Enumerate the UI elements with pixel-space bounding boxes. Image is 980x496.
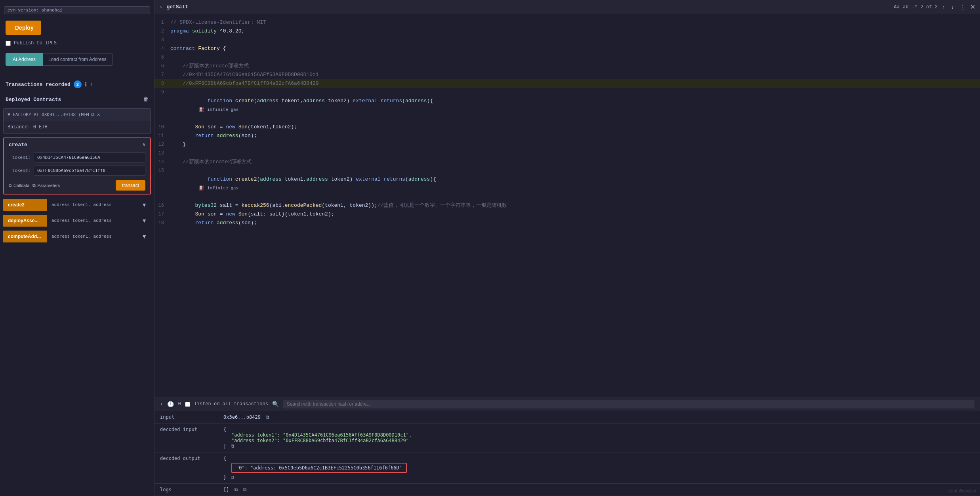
line-num-3: 3 xyxy=(154,36,170,44)
trash-icon[interactable]: 🗑 xyxy=(143,96,149,103)
split-view-button[interactable]: ⋮ xyxy=(959,3,967,11)
parameters-button[interactable]: ⧉ Parameters xyxy=(32,183,60,188)
calldata-button[interactable]: ⧉ Calldata xyxy=(9,183,29,188)
logs-copy-icon1[interactable]: ⧉ xyxy=(235,487,238,492)
line-code-8: //0xFF8C88bA69cbfba47BfC1ff84aB2cfA6a64B… xyxy=(170,79,318,88)
computeadd-button[interactable]: computeAdd... xyxy=(3,231,47,242)
prev-match-button[interactable]: ↑ xyxy=(941,3,947,11)
close-search-button[interactable]: ✕ xyxy=(970,3,975,11)
code-line-17: 17 Son son = new Son{salt: salt}(token1,… xyxy=(154,210,980,219)
input-row: input 0x3e6...b8429 ⧉ xyxy=(154,411,980,424)
decoded-output-key: decoded output xyxy=(160,456,215,480)
deployasse-chevron[interactable]: ▼ xyxy=(137,214,151,227)
deployed-contracts-header: Deployed Contracts 🗑 xyxy=(0,92,154,107)
search-input-bottom[interactable] xyxy=(283,400,974,408)
transact-button[interactable]: transact xyxy=(116,180,145,191)
token2-label: token2: xyxy=(9,168,31,173)
token1-label: token1: xyxy=(9,155,31,160)
decoded-input-block: "address token1": "0x4D1435CA4761C96ea61… xyxy=(231,432,974,443)
decoded-input-copy-icon[interactable]: ⧉ xyxy=(231,443,235,449)
line-num-16: 16 xyxy=(154,201,170,210)
left-panel: evm version: shanghai Deploy Publish to … xyxy=(0,0,154,496)
deployasse-button[interactable]: deployAsse... xyxy=(3,215,47,227)
deployasse-row: deployAsse... address token1, address ▼ xyxy=(3,214,151,227)
line-code-7: //0x4D1435CA4761C96ea6156AFf63A9F0D8D00D… xyxy=(170,71,318,79)
contract-copy-icon[interactable]: ⧉ xyxy=(91,112,95,118)
token1-input[interactable] xyxy=(34,153,145,162)
line-num-6: 6 xyxy=(154,62,170,71)
line-num-2: 2 xyxy=(154,27,170,36)
create2-desc: address token1, address xyxy=(47,199,137,210)
line-num-11: 11 xyxy=(154,132,170,140)
load-contract-button[interactable]: Load contract from Address xyxy=(43,53,112,66)
code-line-15: 15 function create2(address token1,addre… xyxy=(154,166,980,201)
function-header: create ∧ xyxy=(4,138,150,151)
next-match-button[interactable]: ↓ xyxy=(950,3,956,11)
decoded-output-copy-icon[interactable]: ⧉ xyxy=(231,475,235,480)
line-num-4: 4 xyxy=(154,44,170,53)
line-num-10: 10 xyxy=(154,123,170,132)
code-line-16: 16 bytes32 salt = keccak256(abi.encodePa… xyxy=(154,201,980,210)
line-code-18: return address(son); xyxy=(170,219,257,227)
search-icon-top: › xyxy=(159,4,162,10)
line-num-7: 7 xyxy=(154,71,170,79)
line-num-14: 14 xyxy=(154,158,170,166)
parameters-copy-icon: ⧉ xyxy=(32,183,36,188)
decoded-output-block: "0": "address: 0x5C9eb5D6a6C2c1B3EFc5225… xyxy=(231,463,974,473)
line-code-16: bytes32 salt = keccak256(abi.encodePacke… xyxy=(170,201,507,210)
line-num-18: 18 xyxy=(154,219,170,227)
code-line-2: 2 pragma solidity ^0.8.20; xyxy=(154,27,980,36)
divider-1 xyxy=(0,74,154,74)
line-code-9: function create(address token1,address t… xyxy=(170,88,433,123)
computeadd-chevron[interactable]: ▼ xyxy=(137,230,151,243)
tx-details: input 0x3e6...b8429 ⧉ decoded input { "a… xyxy=(154,411,980,496)
top-bar: › getSalt Aa ab .* 2 of 2 ↑ ↓ ⋮ ✕ xyxy=(154,0,980,14)
decoded-input-key: decoded input xyxy=(160,427,215,449)
search-icon-bottom: 🔍 xyxy=(272,401,279,408)
search-controls: Aa ab .* 2 of 2 ↑ ↓ ⋮ ✕ xyxy=(894,3,975,11)
line-code-4: contract Factory { xyxy=(170,44,226,53)
listen-checkbox[interactable] xyxy=(185,402,190,407)
code-line-6: 6 //新版本的create部署方式 xyxy=(154,62,980,71)
computeadd-row: computeAdd... address token1, address ▼ xyxy=(3,230,151,243)
at-address-row: At Address Load contract from Address xyxy=(6,53,149,66)
code-line-11: 11 return address(son); xyxy=(154,132,980,140)
gas-indicator-9: ⛽ infinite gas xyxy=(199,105,238,114)
create2-row: create2 address token1, address ▼ xyxy=(3,198,151,211)
line-code-6: //新版本的create部署方式 xyxy=(170,62,249,71)
code-line-8: 8 //0xFF8C88bA69cbfba47BfC1ff84aB2cfA6a6… xyxy=(154,79,980,88)
code-line-4: 4 contract Factory { xyxy=(154,44,980,53)
code-line-10: 10 Son son = new Son(token1,token2); xyxy=(154,123,980,132)
contract-name: FACTORY AT 0XD91...39138 (MEM xyxy=(13,112,89,117)
token2-input[interactable] xyxy=(34,166,145,176)
contract-chevron-down[interactable]: ▼ xyxy=(8,112,10,118)
line-num-17: 17 xyxy=(154,210,170,219)
deploy-button[interactable]: Deploy xyxy=(6,21,41,35)
computeadd-desc: address token1, address xyxy=(47,231,137,242)
line-code-10: Son son = new Son(token1,token2); xyxy=(170,123,297,132)
listen-label: listen on all transactions xyxy=(194,401,268,407)
decoded-input-row: decoded input { "address token1": "0x4D1… xyxy=(154,424,980,452)
decoded-output-val: { "0": "address: 0x5C9eb5D6a6C2c1B3EFc52… xyxy=(223,456,974,480)
aa-label: Aa xyxy=(894,4,900,10)
logs-copy-icon2[interactable]: ⧉ xyxy=(243,487,247,492)
line-num-5: 5 xyxy=(154,53,170,62)
info-icon[interactable]: ℹ xyxy=(85,81,87,88)
chevron-up-icon[interactable]: ∧ xyxy=(142,141,145,148)
logs-val: [] ⧉ ⧉ xyxy=(223,487,974,492)
create2-button[interactable]: create2 xyxy=(3,199,47,211)
code-line-13: 13 xyxy=(154,149,980,158)
line-code-1: // SPDX-License-Identifier: MIT xyxy=(170,18,266,27)
input-copy-icon[interactable]: ⧉ xyxy=(266,414,269,420)
code-line-18: 18 return address(son); xyxy=(154,219,980,227)
contract-close-icon[interactable]: ✕ xyxy=(97,112,100,118)
contract-instance: ▼ FACTORY AT 0XD91...39138 (MEM ⧉ ✕ Bala… xyxy=(3,108,151,134)
transactions-chevron-right[interactable]: › xyxy=(90,81,93,88)
chevron-left-bottom[interactable]: ‹ xyxy=(160,401,163,407)
create2-chevron[interactable]: ▼ xyxy=(137,198,151,211)
at-address-button[interactable]: At Address xyxy=(6,53,43,66)
line-num-9: 9 xyxy=(154,88,170,97)
decoded-input-val: { "address token1": "0x4D1435CA4761C96ea… xyxy=(223,427,974,449)
code-line-14: 14 //新版本的create2部署方式 xyxy=(154,158,980,166)
publish-ipfs-checkbox[interactable] xyxy=(6,41,11,46)
